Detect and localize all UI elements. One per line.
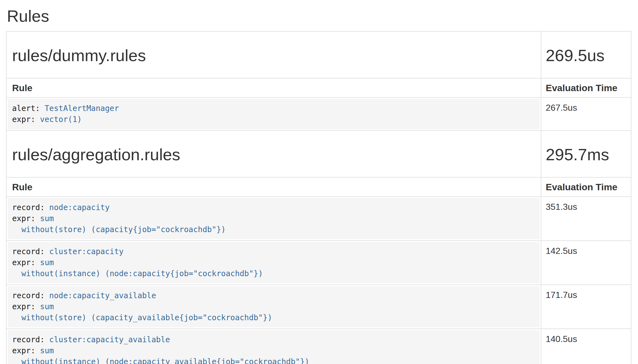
group-name-cell: rules/aggregation.rules	[6, 131, 541, 177]
rules-table: rules/dummy.rules 269.5us Rule Evaluatio…	[6, 31, 631, 364]
code-line: record: cluster:capacity_available	[12, 334, 535, 345]
group-name-cell: rules/dummy.rules	[6, 31, 541, 78]
rule-expr-link[interactable]: without(instance) (node:capacity_availab…	[12, 357, 309, 364]
rule-row: record: node:capacity_available expr: su…	[6, 285, 631, 329]
rule-expr-link[interactable]: without(store) (capacity_available{job="…	[12, 313, 272, 322]
rule-cell: alert: TestAlertManager expr: vector(1)	[6, 97, 541, 131]
code-key: record:	[12, 291, 49, 300]
group-eval-time-cell: 295.7ms	[541, 131, 631, 177]
rule-expr-link[interactable]: sum	[40, 346, 54, 355]
rule-row: record: cluster:capacity expr: sum witho…	[6, 241, 631, 285]
code-key: expr:	[12, 302, 40, 311]
rule-code-block: record: cluster:capacity expr: sum witho…	[8, 242, 540, 283]
code-key: expr:	[12, 258, 40, 267]
rule-cell: record: cluster:capacity_available expr:…	[6, 329, 541, 364]
code-key: expr:	[12, 115, 40, 124]
column-header-rule: Rule	[6, 177, 541, 197]
code-key: record:	[12, 247, 49, 256]
rule-cell: record: node:capacity expr: sum without(…	[6, 197, 541, 241]
rule-expr-link[interactable]: without(store) (capacity{job="cockroachd…	[12, 225, 226, 234]
group-eval-time: 295.7ms	[546, 146, 631, 164]
column-header-row: Rule Evaluation Time	[6, 78, 631, 97]
column-header-row: Rule Evaluation Time	[6, 177, 631, 197]
rule-expr-link[interactable]: vector(1)	[40, 115, 82, 124]
group-file-name: rules/dummy.rules	[12, 47, 536, 65]
rule-row: record: cluster:capacity_available expr:…	[6, 329, 631, 364]
code-key: record:	[12, 203, 49, 212]
rule-name-link[interactable]: node:capacity	[49, 203, 110, 212]
rule-name-link[interactable]: node:capacity_available	[49, 291, 156, 300]
column-header-evaluation-time: Evaluation Time	[541, 177, 631, 197]
rule-code-block: record: node:capacity_available expr: su…	[8, 286, 540, 327]
code-line: record: node:capacity	[12, 202, 535, 213]
group-heading-row: rules/dummy.rules 269.5us	[6, 31, 631, 78]
rule-expr-link[interactable]: sum	[40, 214, 54, 223]
rule-cell: record: node:capacity_available expr: su…	[6, 285, 541, 329]
group-heading-row: rules/aggregation.rules 295.7ms	[6, 131, 631, 177]
rule-code-block: record: cluster:capacity_available expr:…	[8, 330, 540, 364]
column-header-rule: Rule	[6, 78, 541, 97]
code-key: expr:	[12, 346, 40, 355]
group-eval-time: 269.5us	[546, 47, 631, 65]
group-file-name: rules/aggregation.rules	[12, 146, 536, 164]
code-key: record:	[12, 335, 49, 344]
code-line: without(instance) (node:capacity_availab…	[12, 356, 535, 364]
code-line: expr: sum	[12, 257, 535, 268]
rule-expr-link[interactable]: sum	[40, 302, 54, 311]
evaluation-time-cell: 140.5us	[541, 329, 631, 364]
code-key: alert:	[12, 104, 45, 113]
rule-cell: record: cluster:capacity expr: sum witho…	[6, 241, 541, 285]
rule-expr-link[interactable]: without(instance) (node:capacity{job="co…	[12, 269, 263, 278]
rules-page: Rules rules/dummy.rules 269.5us Rule Eva…	[0, 0, 638, 364]
evaluation-time-cell: 267.5us	[541, 97, 631, 131]
code-line: without(store) (capacity{job="cockroachd…	[12, 224, 535, 235]
rule-code-block: record: node:capacity expr: sum without(…	[8, 198, 540, 239]
code-line: expr: sum	[12, 345, 535, 356]
rule-row: alert: TestAlertManager expr: vector(1) …	[6, 97, 631, 131]
code-line: expr: sum	[12, 213, 535, 224]
code-line: expr: sum	[12, 301, 535, 312]
code-line: record: node:capacity_available	[12, 290, 535, 301]
code-line: without(instance) (node:capacity{job="co…	[12, 268, 535, 279]
code-line: record: cluster:capacity	[12, 246, 535, 257]
column-header-evaluation-time: Evaluation Time	[541, 78, 631, 97]
group-eval-time-cell: 269.5us	[541, 31, 631, 78]
code-line: expr: vector(1)	[12, 114, 535, 125]
evaluation-time-cell: 171.7us	[541, 285, 631, 329]
rule-name-link[interactable]: TestAlertManager	[45, 104, 119, 113]
code-key: expr:	[12, 214, 40, 223]
page-title: Rules	[7, 7, 638, 25]
rule-expr-link[interactable]: sum	[40, 258, 54, 267]
rule-name-link[interactable]: cluster:capacity	[49, 247, 124, 256]
code-line: without(store) (capacity_available{job="…	[12, 312, 535, 323]
rule-name-link[interactable]: cluster:capacity_available	[49, 335, 170, 344]
rule-row: record: node:capacity expr: sum without(…	[6, 197, 631, 241]
evaluation-time-cell: 142.5us	[541, 241, 631, 285]
evaluation-time-cell: 351.3us	[541, 197, 631, 241]
rule-code-block: alert: TestAlertManager expr: vector(1)	[8, 99, 540, 129]
code-line: alert: TestAlertManager	[12, 103, 535, 114]
